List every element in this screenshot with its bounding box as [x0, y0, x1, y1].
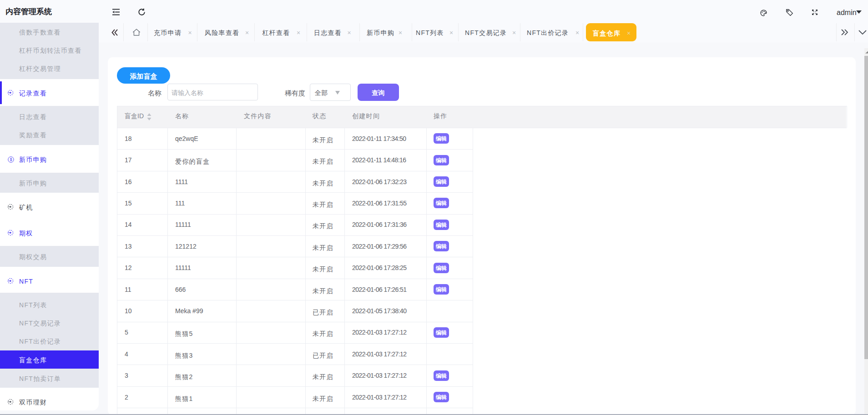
svg-text:$: $	[10, 157, 12, 162]
